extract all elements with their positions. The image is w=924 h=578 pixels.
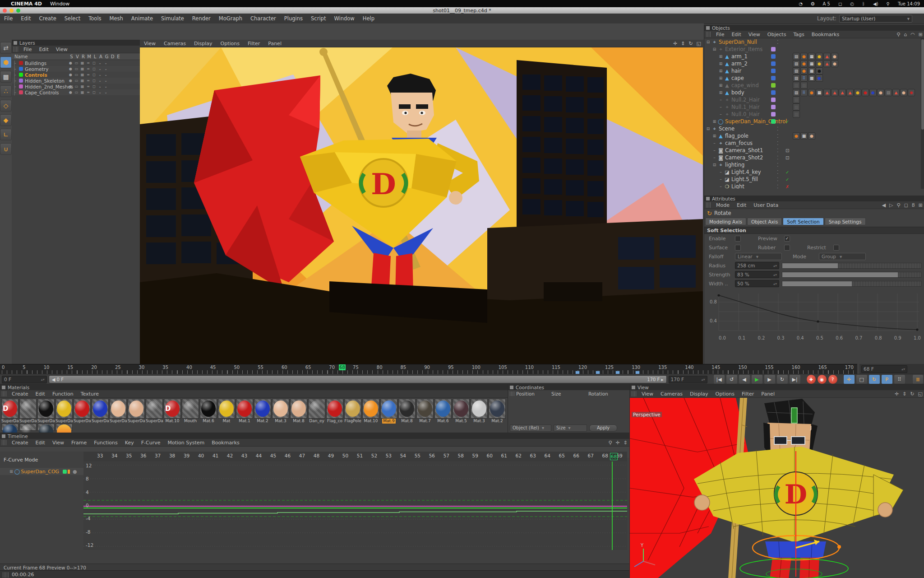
dolly-view-icon[interactable]: ⇕ [681,41,685,47]
material-name[interactable]: Mat.8 [400,419,413,424]
object-layer-swatch[interactable] [771,90,776,95]
layer-toggle-icon[interactable]: ≡ [85,67,91,71]
next-frame-button[interactable]: ▶ [764,374,776,384]
object-name[interactable]: flag_pole [725,133,748,139]
visibility-dots[interactable]: ⁚ [777,126,779,132]
material-item[interactable]: Mat.2 [488,399,506,424]
track-color-swatch[interactable] [63,470,67,474]
mac-window-menu[interactable]: Window [50,1,69,7]
object-tag-icon[interactable]: ● [877,89,884,96]
app-menu-item[interactable]: Mesh [106,15,127,22]
object-name[interactable]: Camera_Shot1 [725,147,763,154]
material-thumbnail[interactable] [236,399,253,419]
record-pla-toggle[interactable]: ⠿ [894,374,906,384]
pan-view-icon[interactable]: ✛ [673,41,677,47]
play-backwards-button[interactable]: ↺ [726,374,738,384]
home-icon[interactable]: ⌂ [904,32,907,37]
object-row[interactable]: ⊞ ▲ cape_wind ▨ ▨ [704,82,924,89]
object-tag-icon[interactable]: ▨ [800,82,808,89]
start-frame-field[interactable]: 0 F▴▾ [2,376,47,383]
checkbox[interactable] [735,245,741,251]
layer-row[interactable]: ├ Hidden_2nd_Meshes ●▭▦≡◻⌄⌄ [12,84,140,89]
visibility-dots[interactable]: ⁚ [777,140,779,146]
objects-menu-item[interactable]: Objects [764,32,790,37]
objects-menu-item[interactable]: Tags [790,32,808,37]
current-frame-marker[interactable]: 68 [339,364,346,370]
add-panel-icon[interactable]: ⊞ [919,32,923,37]
layer-name[interactable]: Cape_Controls [25,90,68,95]
object-layer-swatch[interactable] [771,61,776,66]
material-item[interactable] [55,424,73,431]
expand-toggle[interactable]: – [718,184,724,189]
objects-menu-item[interactable]: Bookmarks [808,32,843,37]
object-row[interactable]: – ⌖ Null.0_Hair ▨ [704,111,924,118]
object-tag-icon[interactable]: ▨ [793,67,800,75]
material-item[interactable] [37,424,55,431]
attributes-tab[interactable]: Snap Settings [825,218,866,225]
object-row[interactable]: ⊞ ▲ arm_2 ▨ ● ▦ ● [704,60,924,67]
expand-toggle[interactable]: – [711,148,717,153]
viewport-menu-item[interactable]: Options [217,41,244,47]
coordinates-panel-header[interactable]: Coordinates [508,384,630,390]
object-name[interactable]: Light.5_fill [731,176,758,182]
material-item[interactable] [19,424,37,431]
layout-dropdown[interactable]: Startup (User)▾ [839,15,912,23]
object-tag-icon[interactable]: ▦ [808,67,815,75]
slider-track[interactable] [782,272,922,278]
app-menu-item[interactable]: Script [307,15,330,22]
sync-icon[interactable]: ❂ [811,1,814,6]
layer-toggle-icon[interactable]: ▦ [79,73,85,77]
object-state-icon[interactable]: ⊡ [785,155,789,160]
app-menu-item[interactable]: Render [188,15,215,22]
object-row[interactable]: ⊞ ◯ SuperDan_Main_Control ✓ [704,118,924,125]
visibility-dots[interactable]: ⁚ [777,39,779,45]
material-name[interactable]: Mouth [183,419,198,424]
timeline-menu-item[interactable]: Create [8,440,32,446]
material-item[interactable]: Mat.3 [470,399,488,424]
view-menu-item[interactable]: Panel [758,391,778,397]
layer-toggle-icon[interactable]: ⌄ [103,90,109,94]
goto-end-button[interactable]: ▶| [789,374,801,384]
material-item[interactable]: D SuperDa [1,399,19,424]
material-item[interactable]: SuperDa [19,399,37,424]
object-row[interactable]: – ⌖ Null.2_Hair ▨ [704,96,924,103]
material-item[interactable]: Mat.6 [199,399,217,424]
mac-app-menu[interactable]: CINEMA 4D [11,1,42,7]
app-menu-item[interactable]: Simulate [157,15,188,22]
goto-start-button[interactable]: |◀ [713,374,725,384]
material-item[interactable]: Mat.10 [362,399,380,424]
falloff-curve[interactable]: 0.8 0.4 0.00.10.20.30.40.50.60.70.80.91.… [709,292,923,346]
timeline-menu-item[interactable]: Functions [90,440,121,446]
search-icon[interactable]: ⚲ [897,202,901,208]
material-thumbnail[interactable] [128,399,145,419]
object-state-icon[interactable]: ⊡ [785,148,789,153]
orbit-view-icon[interactable]: ↻ [688,41,693,47]
layer-toggle-icon[interactable]: ▦ [79,84,85,89]
previous-frame-button[interactable]: ◀ [739,374,750,384]
object-tag-icon[interactable]: ▲ [823,89,831,96]
app-menu-item[interactable]: Character [246,15,280,22]
app-menu-item[interactable]: Plugins [280,15,307,22]
object-tag-icon[interactable]: ● [831,53,838,60]
object-row[interactable]: – ⌖ cam_focus ⁚ [704,140,924,147]
object-layer-swatch[interactable] [771,105,776,109]
object-tag-icon[interactable]: ● [800,67,808,75]
object-tag-icon[interactable]: ▨ [793,60,800,67]
layer-toggle-icon[interactable]: ▦ [79,79,85,83]
material-name[interactable]: Mat.7 [418,419,431,424]
object-layer-swatch[interactable] [771,119,776,124]
app-menu-item[interactable]: Create [35,15,60,22]
object-row[interactable]: ⊞ ▲ flag_pole ⁚ ● ▦ ● [704,132,924,140]
material-item[interactable]: Mouth [181,399,199,424]
object-name[interactable]: Light.4_key [731,169,761,175]
timeline-menu-item[interactable]: Bookmarks [208,440,243,446]
material-name[interactable]: Mat [222,419,231,424]
viewport-menu-item[interactable]: Cameras [160,41,190,47]
layer-toggle-icon[interactable]: ● [68,79,74,83]
object-tag-icon[interactable]: ▨ [793,96,800,103]
object-row[interactable]: – ◙ Camera_Shot2 ⁚ ⊡ [704,154,924,161]
material-name[interactable]: Mat.2 [256,419,269,424]
object-layer-swatch[interactable] [771,170,776,174]
object-layer-swatch[interactable] [771,76,776,80]
material-name[interactable]: Mat.2 [490,419,504,424]
